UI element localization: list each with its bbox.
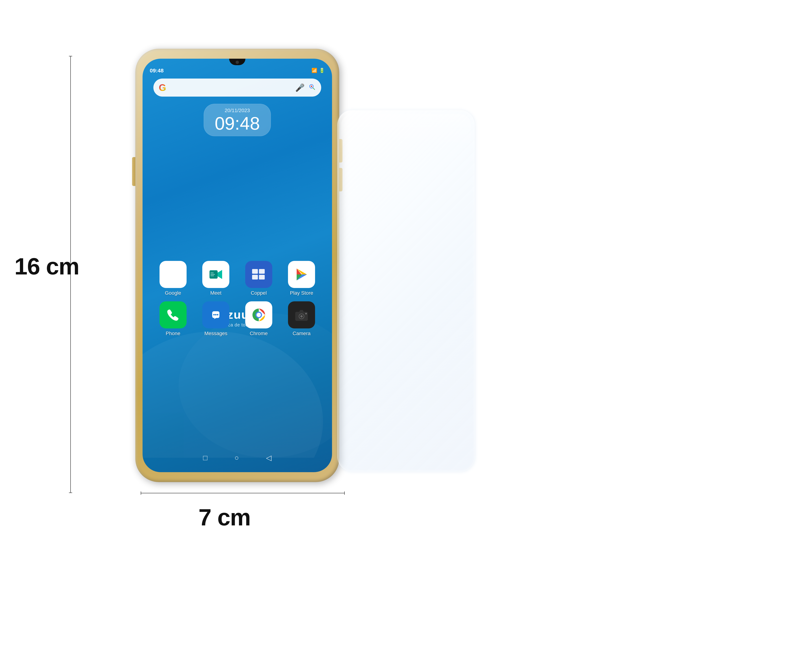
power-button[interactable]: [132, 157, 135, 186]
phone-app-icon: [160, 301, 186, 329]
svg-marker-9: [218, 270, 222, 279]
app-chrome[interactable]: Chrome: [239, 301, 278, 336]
lens-search-icon[interactable]: [308, 83, 316, 92]
clock-date: 20/11/2023: [215, 108, 260, 113]
svg-point-28: [256, 313, 261, 317]
google-search-bar[interactable]: G 🎤: [153, 78, 321, 96]
app-phone[interactable]: Phone: [153, 301, 193, 336]
chrome-app-icon: [245, 301, 272, 329]
battery-icon: 🔋: [319, 68, 325, 73]
phone-device: 09:48 📶 🔋 G 🎤: [135, 49, 352, 482]
svg-line-4: [313, 88, 315, 90]
app-playstore[interactable]: Play Store: [282, 261, 321, 296]
clock-widget: 20/11/2023 09:48: [204, 104, 271, 136]
coppel-app-icon: [245, 261, 272, 288]
messages-app-label: Messages: [204, 330, 227, 336]
svg-point-3: [311, 86, 312, 87]
phone-app-label: Phone: [166, 330, 180, 336]
app-messages[interactable]: Messages: [196, 301, 236, 336]
svg-rect-15: [252, 275, 258, 280]
chrome-app-label: Chrome: [250, 330, 268, 336]
phone-screen: 09:48 📶 🔋 G 🎤: [142, 59, 332, 472]
svg-point-25: [217, 314, 218, 315]
svg-rect-14: [259, 269, 265, 274]
wifi-icon: 📶: [311, 68, 317, 73]
playstore-app-label: Play Store: [290, 290, 313, 296]
playstore-app-icon: [288, 261, 315, 288]
back-button[interactable]: ◁: [266, 454, 272, 462]
google-app-label: Google: [165, 290, 181, 296]
phone-body: 09:48 📶 🔋 G 🎤: [135, 49, 339, 482]
svg-point-32: [300, 315, 303, 318]
svg-rect-16: [259, 275, 265, 280]
svg-rect-10: [211, 273, 214, 273]
front-camera: [235, 61, 239, 64]
svg-point-24: [215, 314, 217, 315]
coppel-app-label: Coppel: [250, 290, 267, 296]
navigation-bar: □ ○ ◁: [142, 451, 332, 465]
horizontal-measurement-label: 7 cm: [198, 504, 250, 531]
google-app-icon: [160, 261, 186, 288]
camera-app-label: Camera: [293, 330, 311, 336]
app-coppel[interactable]: Coppel: [239, 261, 278, 296]
app-meet[interactable]: Meet: [196, 261, 236, 296]
google-g-logo: G: [159, 82, 166, 93]
svg-rect-12: [211, 275, 214, 276]
voice-search-icon[interactable]: 🎤: [295, 83, 305, 92]
app-grid: Google Meet: [153, 261, 321, 336]
home-button[interactable]: ○: [235, 454, 239, 462]
svg-point-23: [213, 314, 215, 315]
app-google[interactable]: Google: [153, 261, 193, 296]
screen-notch: [229, 59, 246, 65]
status-icons: 📶 🔋: [311, 68, 325, 73]
meet-app-icon: [202, 261, 229, 288]
horizontal-measurement-line: [141, 493, 345, 493]
status-bar: 09:48 📶 🔋: [142, 66, 332, 75]
clock-time: 09:48: [215, 114, 260, 132]
vertical-measurement-label: 16 cm: [14, 253, 79, 280]
screen-protector: [337, 110, 475, 471]
svg-rect-11: [211, 274, 215, 275]
svg-rect-13: [252, 269, 258, 274]
svg-point-33: [305, 313, 307, 314]
status-time: 09:48: [150, 67, 164, 74]
app-camera[interactable]: Camera: [282, 301, 321, 336]
meet-app-label: Meet: [210, 290, 221, 296]
camera-app-icon: [288, 301, 315, 329]
recent-apps-button[interactable]: □: [203, 454, 207, 462]
messages-app-icon: [202, 301, 229, 329]
